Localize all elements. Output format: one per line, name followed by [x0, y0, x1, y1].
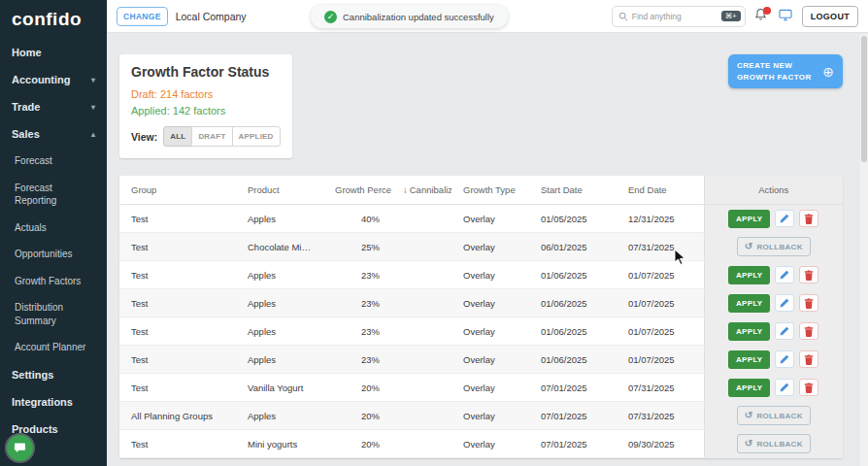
sidebar-item-accounting[interactable]: Accounting ▾ — [0, 66, 107, 93]
column-header-product[interactable]: Product — [236, 176, 323, 205]
rollback-button[interactable]: ↺ROLLBACK — [737, 237, 811, 256]
apply-button[interactable]: APPLY — [728, 266, 770, 284]
cell-cannibalization — [391, 346, 451, 374]
delete-button[interactable] — [799, 379, 818, 396]
cell-growth-type: Overlay — [451, 430, 529, 458]
delete-button[interactable] — [799, 350, 818, 368]
sidebar-item-account-planner[interactable]: Account Planner — [0, 334, 107, 361]
cell-start-date: 01/06/2025 — [529, 317, 617, 346]
cell-start-date: 06/01/2025 — [529, 233, 617, 261]
sidebar-item-growth-factors[interactable]: Growth Factors — [0, 268, 107, 295]
column-header-group[interactable]: Group — [119, 176, 236, 205]
column-header-end-date[interactable]: End Date — [617, 176, 704, 205]
column-header-start-date[interactable]: Start Date — [529, 176, 617, 205]
cell-growth-percent: 23% — [323, 317, 391, 346]
scrollbar-thumb[interactable] — [861, 36, 867, 162]
edit-button[interactable] — [775, 294, 794, 312]
trash-icon — [804, 214, 814, 224]
plus-circle-icon: ⊕ — [822, 65, 834, 79]
growth-factor-status-card: Growth Factor Status Draft: 214 factors … — [119, 54, 292, 158]
cell-actions: ↺ROLLBACK — [704, 430, 843, 458]
sidebar-item-sales[interactable]: Sales ▴ — [0, 120, 107, 148]
delete-button[interactable] — [799, 266, 818, 283]
apply-button[interactable]: APPLY — [728, 210, 770, 228]
column-header-growth-percent[interactable]: Growth Percent — [323, 176, 391, 205]
apply-button[interactable]: APPLY — [728, 350, 770, 369]
cell-actions: APPLY — [704, 289, 843, 317]
applied-count: Applied: 142 factors — [131, 105, 281, 116]
column-header-actions: Actions — [704, 176, 843, 205]
cell-growth-type: Overlay — [451, 289, 529, 317]
cell-end-date: 07/31/2025 — [617, 233, 704, 261]
cell-product: Mini yogurts — [236, 430, 323, 458]
create-button-label: CREATE NEW GROWTH FACTOR — [737, 60, 817, 83]
delete-button[interactable] — [799, 322, 818, 340]
edit-button[interactable] — [775, 266, 794, 283]
cell-end-date: 12/31/2025 — [617, 205, 704, 233]
cell-group: Test — [119, 430, 236, 458]
cell-end-date: 07/31/2025 — [617, 374, 704, 402]
cell-growth-type: Overlay — [451, 261, 529, 289]
change-company-button[interactable]: CHANGE — [117, 7, 168, 26]
cell-growth-percent: 25% — [323, 233, 391, 261]
cell-group: Test — [119, 374, 236, 402]
apply-button[interactable]: APPLY — [728, 379, 770, 397]
sidebar-item-forecast[interactable]: Forecast — [0, 148, 107, 175]
actions-wrap: APPLY — [711, 210, 838, 228]
cell-group: Test — [119, 233, 236, 261]
logout-button[interactable]: LOGOUT — [802, 6, 858, 27]
cell-cannibalization — [391, 233, 451, 261]
sidebar-item-distribution-summary[interactable]: Distribution Summary — [0, 294, 107, 334]
delete-button[interactable] — [799, 294, 818, 312]
cell-growth-type: Overlay — [451, 233, 529, 261]
sidebar-item-forecast-reporting[interactable]: Forecast Reporting — [0, 175, 107, 215]
edit-button[interactable] — [775, 210, 794, 227]
edit-button[interactable] — [775, 379, 794, 396]
search-input[interactable] — [632, 12, 718, 21]
cell-group: Test — [119, 289, 236, 317]
cell-cannibalization — [391, 430, 451, 458]
chat-widget-button[interactable] — [7, 435, 33, 461]
pencil-icon — [780, 326, 789, 336]
status-card-title: Growth Factor Status — [131, 64, 281, 80]
create-new-growth-factor-button[interactable]: CREATE NEW GROWTH FACTOR ⊕ — [728, 54, 843, 88]
column-header-growth-type[interactable]: Growth Type — [451, 176, 529, 205]
cell-group: Test — [119, 346, 236, 374]
sidebar-item-label: Sales — [12, 128, 40, 140]
delete-button[interactable] — [799, 210, 818, 227]
view-option-applied[interactable]: APPLIED — [232, 126, 281, 147]
notifications-button[interactable] — [753, 9, 769, 24]
sidebar-item-settings[interactable]: Settings — [0, 361, 107, 388]
edit-button[interactable] — [775, 350, 794, 368]
sidebar-item-trade[interactable]: Trade ▾ — [0, 93, 107, 120]
view-option-all[interactable]: ALL — [163, 126, 192, 147]
chat-bubble-icon — [14, 440, 26, 457]
view-filter-row: View: ALL DRAFT APPLIED — [131, 126, 281, 147]
sidebar-item-label: Accounting — [12, 74, 71, 85]
app-logo: confido — [0, 0, 107, 39]
apply-button[interactable]: APPLY — [728, 294, 770, 313]
sidebar-item-label: Home — [12, 47, 42, 58]
view-option-draft[interactable]: DRAFT — [191, 126, 232, 147]
actions-wrap: ↺ROLLBACK — [711, 406, 838, 425]
cell-end-date: 01/07/2025 — [617, 261, 704, 289]
sidebar-item-integrations[interactable]: Integrations — [0, 388, 107, 416]
cell-product: Apples — [236, 289, 323, 317]
cell-growth-type: Overlay — [451, 317, 529, 346]
cell-start-date: 01/06/2025 — [529, 261, 617, 289]
draft-count: Draft: 214 factors — [131, 88, 281, 100]
apply-button[interactable]: APPLY — [728, 322, 770, 341]
sidebar-item-opportunities[interactable]: Opportunities — [0, 241, 107, 268]
display-button[interactable] — [777, 9, 794, 24]
actions-wrap: APPLY — [711, 379, 838, 397]
vertical-scrollbar[interactable] — [860, 34, 868, 466]
sidebar-item-actuals[interactable]: Actuals — [0, 215, 107, 242]
table-row: Test Apples 40% Overlay 01/05/2025 12/31… — [119, 205, 843, 233]
rollback-button[interactable]: ↺ROLLBACK — [737, 406, 811, 425]
edit-button[interactable] — [775, 322, 794, 340]
trash-icon — [804, 326, 814, 337]
sidebar-item-home[interactable]: Home — [0, 39, 107, 66]
rollback-label: ROLLBACK — [756, 243, 802, 251]
rollback-button[interactable]: ↺ROLLBACK — [737, 434, 811, 453]
column-header-cannibalization[interactable]: ↓Cannibalizati... — [391, 176, 451, 205]
